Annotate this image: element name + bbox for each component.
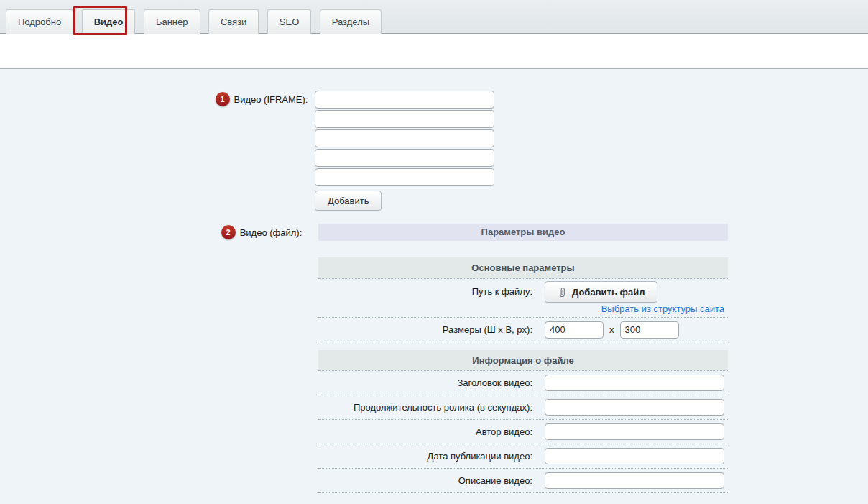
sizes-separator: x	[609, 324, 614, 335]
video-duration-label: Продолжительность ролика (в секундах):	[318, 402, 539, 413]
iframe-url-input-1[interactable]	[315, 91, 494, 109]
video-publish-date-input[interactable]	[545, 448, 724, 464]
file-info-header: Информация о файле	[318, 350, 728, 371]
iframe-url-input-3[interactable]	[315, 129, 494, 147]
video-publish-date-row: Дата публикации видео:	[318, 444, 728, 469]
video-duration-row: Продолжительность ролика (в секундах):	[318, 395, 728, 420]
sizes-label: Размеры (Ш х В, px):	[318, 324, 539, 335]
main-parameters-header: Основные параметры	[318, 257, 728, 279]
tab-razdely[interactable]: Разделы	[320, 9, 382, 34]
file-path-row: Путь к файлу: Добавить файл	[318, 279, 728, 318]
iframe-label-cell: 1 Видео (IFRAME):	[208, 91, 315, 106]
iframe-label: Видео (IFRAME):	[234, 94, 308, 105]
video-author-row: Автор видео:	[318, 420, 728, 444]
add-iframe-button[interactable]: Добавить	[315, 191, 382, 211]
iframe-videos-row: 1 Видео (IFRAME): Добавить	[0, 91, 868, 211]
file-path-label: Путь к файлу:	[318, 281, 539, 303]
spacer	[318, 342, 728, 350]
spacer	[318, 241, 728, 257]
video-title-row: Заголовок видео:	[318, 371, 728, 395]
iframe-url-input-2[interactable]	[315, 110, 494, 128]
video-author-label: Автор видео:	[318, 426, 539, 437]
add-file-button-label: Добавить файл	[572, 287, 645, 298]
video-title-label: Заголовок видео:	[318, 377, 539, 388]
file-label-cell: 2 Видео (файл):	[208, 224, 315, 239]
add-file-button[interactable]: Добавить файл	[545, 281, 657, 303]
iframe-url-input-5[interactable]	[315, 168, 494, 186]
file-label: Видео (файл):	[240, 227, 303, 238]
video-publish-date-label: Дата публикации видео:	[318, 451, 539, 462]
sizes-field: x	[539, 321, 728, 339]
height-input[interactable]	[620, 321, 679, 339]
annotation-badge-1: 1	[216, 92, 230, 106]
video-description-row: Описание видео:	[318, 469, 728, 493]
video-title-input[interactable]	[545, 375, 724, 391]
tab-video[interactable]: Видео	[82, 9, 136, 34]
file-field-cell: Параметры видео Основные параметры Путь …	[315, 224, 728, 493]
file-video-row: 2 Видео (файл): Параметры видео Основные…	[0, 224, 868, 493]
tab-bar: Подробно Видео Баннер Связи SEO Разделы	[0, 0, 868, 34]
tab-seo[interactable]: SEO	[267, 9, 311, 34]
width-input[interactable]	[545, 321, 604, 339]
choose-from-site-structure-link[interactable]: Выбрать из структуры сайта	[601, 303, 724, 314]
annotation-badge-2: 2	[221, 225, 236, 239]
iframe-field-cell: Добавить	[315, 91, 494, 211]
video-parameters-title: Параметры видео	[318, 224, 728, 241]
video-duration-input[interactable]	[545, 399, 724, 416]
video-description-label: Описание видео:	[318, 475, 539, 486]
tab-podrobno[interactable]: Подробно	[6, 9, 73, 34]
page: Подробно Видео Баннер Связи SEO Разделы …	[0, 0, 868, 504]
form-content: 1 Видео (IFRAME): Добавить 2 Видео (файл…	[0, 69, 868, 493]
tab-svyazi[interactable]: Связи	[208, 9, 259, 34]
iframe-url-input-4[interactable]	[315, 149, 494, 167]
video-description-input[interactable]	[545, 472, 724, 489]
tab-banner[interactable]: Баннер	[144, 9, 200, 34]
toolbar-strip	[0, 34, 868, 69]
video-author-input[interactable]	[545, 423, 724, 440]
sizes-row: Размеры (Ш х В, px): x	[318, 318, 728, 342]
file-path-field: Добавить файл Выбрать из структуры сайта	[539, 281, 728, 316]
paperclip-icon	[558, 287, 567, 298]
video-parameters-table: Параметры видео Основные параметры Путь …	[318, 224, 728, 493]
